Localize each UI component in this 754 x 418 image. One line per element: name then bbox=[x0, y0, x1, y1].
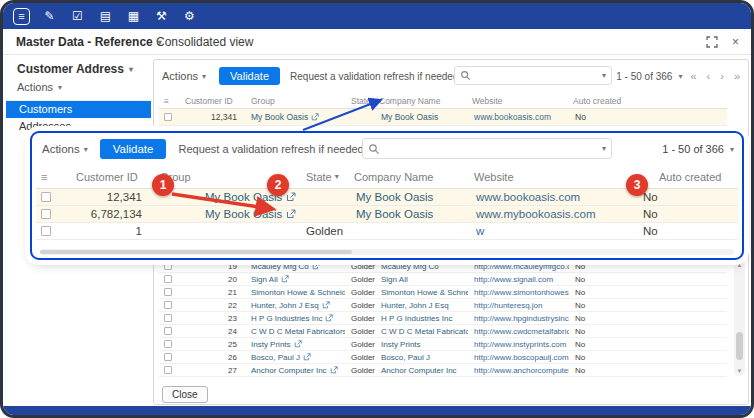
app-window: ≡ ✎ ☑ ▤ ▦ ⚒ ⚙ Master Data - Reference ▾ … bbox=[0, 0, 754, 418]
search-input[interactable]: ▾ bbox=[454, 66, 612, 85]
column-config-icon[interactable]: ≡ bbox=[36, 171, 70, 183]
column-header-company-name[interactable]: Company Name bbox=[375, 96, 468, 106]
last-page-button[interactable]: » bbox=[732, 70, 742, 82]
workspace-selector[interactable]: Master Data - Reference ▾ bbox=[16, 29, 162, 55]
toolbar-hint: Request a validation refresh if needed. bbox=[290, 71, 461, 82]
cell-website[interactable]: http://www.boscopaulj.com bbox=[468, 353, 569, 362]
table-header-row: ≡ Customer ID Group State▾ Company Name … bbox=[159, 94, 727, 109]
row-checkbox[interactable] bbox=[41, 226, 51, 236]
row-checkbox[interactable] bbox=[164, 288, 172, 296]
row-checkbox[interactable] bbox=[164, 353, 172, 361]
cell-group-link[interactable]: Mcauley Mfg Co bbox=[243, 262, 345, 271]
table-row: 21 Simonton Howe & Schneider P Golden Si… bbox=[159, 286, 727, 299]
cell-group-link[interactable]: My Book Oasis bbox=[243, 112, 345, 122]
column-header-auto-created[interactable]: Auto created bbox=[569, 96, 727, 106]
cell-website[interactable]: w bbox=[470, 225, 635, 237]
cell-group-link[interactable]: H P G Industries Inc bbox=[243, 314, 345, 323]
chevron-down-icon[interactable]: ▾ bbox=[730, 145, 734, 154]
table-row: 25 Insty Prints Golden Insty Prints http… bbox=[159, 338, 727, 351]
cell-website[interactable]: www.bookoasis.com bbox=[468, 112, 569, 122]
tools-icon[interactable]: ⚒ bbox=[153, 8, 170, 25]
scroll-down-icon[interactable]: ▼ bbox=[737, 368, 743, 374]
cell-website[interactable]: http://www.simontonhowesch bbox=[468, 288, 569, 297]
cell-company: Bosco, Paul J bbox=[375, 353, 468, 362]
row-checkbox[interactable] bbox=[164, 113, 172, 121]
external-link-icon bbox=[311, 113, 319, 121]
validate-button[interactable]: Validate bbox=[219, 67, 280, 85]
scrollbar-thumb[interactable] bbox=[40, 250, 352, 254]
cell-group-link[interactable]: Insty Prints bbox=[243, 340, 345, 349]
cell-customer-id: 25 bbox=[179, 340, 243, 349]
row-checkbox[interactable] bbox=[164, 275, 172, 283]
cell-group-link[interactable]: My Book Oasis bbox=[150, 208, 300, 220]
column-header-website[interactable]: Website bbox=[468, 96, 569, 106]
cell-group-link[interactable]: C W D C Metal Fabricators bbox=[243, 327, 345, 336]
cell-website[interactable]: http://www.anchorcomputerin bbox=[468, 366, 569, 375]
column-header-customer-id[interactable]: Customer ID bbox=[179, 96, 243, 106]
row-checkbox[interactable] bbox=[164, 366, 172, 374]
horizontal-scrollbar[interactable] bbox=[40, 249, 734, 255]
checklist-icon[interactable]: ☑ bbox=[69, 8, 86, 25]
column-config-icon[interactable]: ≡ bbox=[159, 96, 179, 106]
close-icon[interactable]: × bbox=[732, 35, 739, 49]
cell-website[interactable]: http://www.signall.com bbox=[468, 275, 569, 284]
cell-website[interactable]: www.mybookoasis.com bbox=[470, 208, 635, 220]
cell-group-link[interactable]: Sign All bbox=[243, 275, 345, 284]
wrench-icon[interactable]: ⚙ bbox=[181, 8, 198, 25]
sidebar-title[interactable]: Customer Address ▾ bbox=[6, 55, 151, 78]
chevron-down-icon[interactable]: ▾ bbox=[678, 72, 682, 81]
row-checkbox[interactable] bbox=[164, 301, 172, 309]
column-header-website[interactable]: Website bbox=[470, 171, 635, 183]
cell-group-link[interactable]: Bosco, Paul J bbox=[243, 353, 345, 362]
cell-group-link[interactable]: Anchor Computer Inc bbox=[243, 366, 345, 375]
edit-icon[interactable]: ✎ bbox=[41, 8, 58, 25]
scroll-up-icon[interactable]: ▲ bbox=[737, 262, 743, 268]
row-checkbox[interactable] bbox=[164, 314, 172, 322]
cell-website[interactable]: www.bookoasis.com bbox=[470, 191, 635, 203]
column-header-customer-id[interactable]: Customer ID bbox=[70, 171, 150, 183]
sidebar-actions-menu[interactable]: Actions ▾ bbox=[6, 78, 151, 101]
customer-table-rows: 19 Mcauley Mfg Co Golden Mcauley Mfg Co … bbox=[159, 260, 727, 377]
cell-customer-id: 12,341 bbox=[179, 112, 243, 122]
cell-website[interactable]: http://www.hpgindustrysinc.co bbox=[468, 314, 569, 323]
close-button[interactable]: Close bbox=[162, 386, 208, 403]
row-checkbox[interactable] bbox=[41, 209, 51, 219]
cell-website[interactable]: http://www.instyprints.com bbox=[468, 340, 569, 349]
cell-customer-id: 1 bbox=[70, 225, 150, 237]
cell-website[interactable]: http://www.cwdcmetalfabricat bbox=[468, 327, 569, 336]
cell-group-link[interactable]: Hunter, John J Esq bbox=[243, 301, 345, 310]
next-page-button[interactable]: › bbox=[718, 70, 726, 82]
menu-icon[interactable]: ≡ bbox=[13, 8, 30, 25]
previous-page-button[interactable]: ‹ bbox=[705, 70, 713, 82]
chevron-down-icon[interactable]: ▾ bbox=[602, 144, 606, 153]
column-header-auto-created[interactable]: Auto created bbox=[635, 171, 738, 183]
cell-website[interactable]: http://hunteresq.jon bbox=[468, 301, 569, 310]
annotation-badge-1: 1 bbox=[152, 174, 174, 196]
cell-state: Golden bbox=[345, 353, 375, 362]
scrollbar-thumb[interactable] bbox=[736, 332, 743, 360]
column-header-group[interactable]: Group bbox=[243, 96, 345, 106]
actions-menu[interactable]: Actions ▾ bbox=[162, 70, 206, 82]
cell-website[interactable]: http://www.mcauleymfgco.com bbox=[468, 262, 569, 271]
actions-menu[interactable]: Actions ▾ bbox=[42, 143, 88, 155]
row-checkbox[interactable] bbox=[164, 340, 172, 348]
row-checkbox[interactable] bbox=[164, 327, 172, 335]
first-page-button[interactable]: « bbox=[688, 70, 698, 82]
pagination-count[interactable]: 1 - 50 of 366 bbox=[662, 143, 724, 155]
expand-icon[interactable] bbox=[706, 36, 718, 48]
journal-icon[interactable]: ▤ bbox=[97, 8, 114, 25]
toolbar-hint: Request a validation refresh if needed. bbox=[178, 143, 366, 155]
column-header-state[interactable]: State▾ bbox=[345, 96, 375, 106]
validate-button[interactable]: Validate bbox=[100, 139, 167, 159]
cell-group-link[interactable]: Simonton Howe & Schneider P bbox=[243, 288, 345, 297]
column-header-state[interactable]: State▾ bbox=[300, 171, 350, 183]
ledger-icon[interactable]: ▦ bbox=[125, 8, 142, 25]
vertical-scrollbar[interactable]: ▲ ▼ bbox=[734, 260, 745, 376]
row-checkbox[interactable] bbox=[164, 262, 172, 270]
chevron-down-icon[interactable]: ▾ bbox=[602, 71, 606, 80]
column-header-company-name[interactable]: Company Name bbox=[350, 171, 470, 183]
row-checkbox[interactable] bbox=[41, 192, 51, 202]
sidebar-item-customers[interactable]: Customers bbox=[6, 101, 151, 118]
search-input[interactable]: ▾ bbox=[362, 138, 612, 159]
pagination-count[interactable]: 1 - 50 of 366 bbox=[616, 71, 672, 82]
